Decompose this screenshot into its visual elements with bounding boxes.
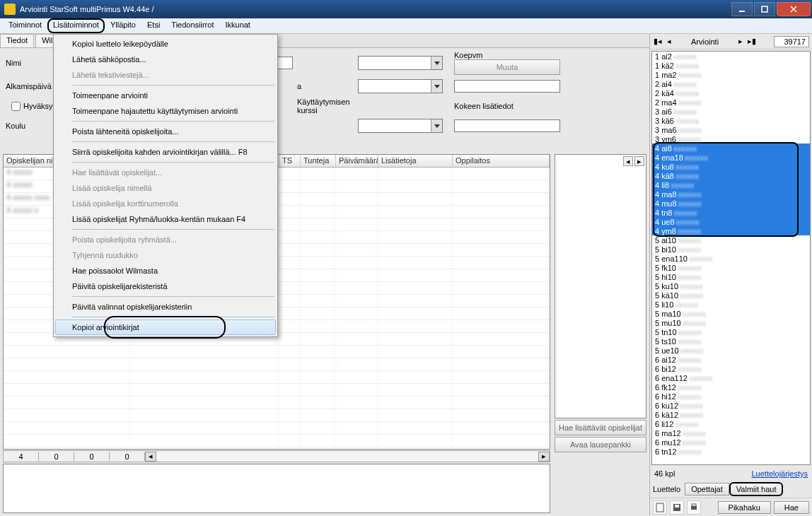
list-item[interactable]: 3 ai6xxxxxx [652,107,810,116]
hae-button[interactable]: Hae [774,501,809,514]
menu-etsi[interactable]: Etsi [141,18,166,33]
scroll-right[interactable]: ▸ [538,452,550,462]
koepvm-input[interactable] [454,80,560,93]
print-icon[interactable] [687,500,701,515]
memo-area[interactable] [3,464,550,513]
list-item[interactable]: 6 bi12xxxxxx [652,364,810,373]
th-ts[interactable]: TS [279,155,301,167]
muuta-button[interactable]: Muuta [454,59,560,75]
list-item[interactable]: 5 ts10xxxxxx [652,336,810,346]
menu-item[interactable]: Hae poissaolot Wilmasta [55,263,276,278]
table-row[interactable] [4,422,550,435]
hae-lisattavat-button[interactable]: Hae lisättävät opiskelijat [555,420,646,435]
new-icon[interactable] [653,500,667,515]
th-tunteja[interactable]: Tunteja [301,155,336,167]
list-item[interactable]: 5 kä10xxxxxx [652,291,810,300]
list-item[interactable]: 4 tn8xxxxxx [652,208,810,217]
side-arrow-right[interactable]: ▸ [634,156,644,166]
list-item[interactable]: 5 ai10xxxxxx [652,235,810,245]
list-item[interactable]: 5 tn10xxxxxx [652,327,810,336]
menu-item[interactable]: Päivitä valinnat opiskelijarekisteriin [55,299,276,315]
list-item[interactable]: 3 ma6xxxxxx [652,125,810,134]
list-item[interactable]: 6 li12xxxxxx [652,419,810,428]
tab-valmiit-haut[interactable]: Valmiit haut [729,482,784,496]
side-arrow-left[interactable]: ◂ [623,156,633,166]
th-lisatietoja[interactable]: Lisätietoja [378,155,453,167]
list-item[interactable]: 6 mu12xxxxxx [652,438,810,447]
avaa-lausepankki-button[interactable]: Avaa lausepankki [555,437,646,452]
list-item[interactable]: 4 ma8xxxxxx [652,189,810,199]
pikahaku-button[interactable]: Pikahaku [718,501,771,514]
th-oppilaitos[interactable]: Oppilaitos [453,155,550,167]
menu-tiedonsiirrot[interactable]: Tiedonsiirrot [166,18,219,33]
nav-prev[interactable]: ◂ [664,37,674,46]
minimize-button[interactable] [731,2,753,16]
save-icon[interactable] [670,500,684,515]
table-row[interactable] [4,346,550,358]
kokeen-input[interactable] [454,119,560,132]
menu-item[interactable]: Kopioi luettelo leikepöydälle [55,36,276,52]
list-item[interactable]: 3 ym6xxxxxx [652,134,810,143]
list-item[interactable]: 6 hi12xxxxxx [652,392,810,401]
table-row[interactable] [4,384,550,397]
table-row[interactable] [4,358,550,371]
menu-ikkunat[interactable]: Ikkunat [219,18,255,33]
list-item[interactable]: 5 li10xxxxxx [652,300,810,309]
list-item[interactable]: 5 hi10xxxxxx [652,272,810,281]
menu-item[interactable]: Toimeenpane hajautettu käyttäytymisen ar… [55,103,276,119]
nav-last[interactable]: ▸▮ [747,37,757,46]
list-item[interactable]: 6 kä12xxxxxx [652,410,810,419]
close-button[interactable] [777,2,811,16]
th-paivamaara[interactable]: Päivämäärä [336,155,378,167]
menu-item[interactable]: Toimeenpane arviointi [55,88,276,103]
side-list[interactable]: ◂ ▸ [555,154,646,418]
list-item[interactable]: 4 ue8xxxxxx [652,217,810,226]
list-item[interactable]: 2 ai4xxxxxx [652,79,810,88]
menu-item[interactable]: Lisää opiskelijat Ryhmä/luokka-kentän mu… [55,211,276,227]
menu-item[interactable]: Lähetä sähköpostia... [55,52,276,67]
table-row[interactable] [4,397,550,409]
tab-tiedot[interactable]: Tiedot [0,34,34,47]
list-item[interactable]: 6 tn12xxxxxx [652,447,810,456]
list-item[interactable]: 5 mu10xxxxxx [652,318,810,327]
list-item[interactable]: 6 ena112xxxxxx [652,373,810,382]
maximize-button[interactable] [754,2,775,16]
list-item[interactable]: 6 ma12xxxxxx [652,428,810,438]
list-order-link[interactable]: Luettelojärjestys [752,469,808,478]
menu-item[interactable]: Poista lähteneitä opiskelijoita... [55,124,276,139]
list-item[interactable]: 6 fk12xxxxxx [652,382,810,392]
nav-count[interactable]: 39717 [774,36,809,47]
list-item[interactable]: 4 kä8xxxxxx [652,171,810,180]
list-item[interactable]: 3 kä6xxxxxx [652,116,810,125]
list-item[interactable]: 6 ai12xxxxxx [652,355,810,364]
tab-opettajat[interactable]: Opettajat [685,483,729,496]
list-item[interactable]: 1 ma2xxxxxx [652,70,810,79]
list-item[interactable]: 5 fk10xxxxxx [652,263,810,272]
list-item[interactable]: 1 kä2xxxxxx [652,61,810,70]
table-row[interactable] [4,409,550,422]
menu-item[interactable]: Kopioi arviointikirjat [55,319,276,335]
list-item[interactable]: 2 kä4xxxxxx [652,88,810,98]
combo-1[interactable] [358,56,443,70]
list-item[interactable]: 4 ai8xxxxxx [652,143,810,153]
combo-2[interactable] [358,79,443,93]
menu-lisatoiminnot[interactable]: Lisätoiminnot [47,18,105,33]
menu-toiminnot[interactable]: Toiminnot [3,18,47,33]
scroll-left[interactable]: ◂ [145,452,156,462]
table-row[interactable] [4,371,550,384]
list-item[interactable]: 4 mu8xxxxxx [652,199,810,208]
menu-item[interactable]: Siirrä opiskelijoita kahden arviointikir… [55,144,276,160]
list-item[interactable]: 6 ku12xxxxxx [652,401,810,410]
menu-item[interactable]: Päivitä opiskelijarekisteristä [55,278,276,294]
list-item[interactable]: 4 ena18xxxxxx [652,153,810,162]
list-item[interactable]: 4 li8xxxxxx [652,180,810,189]
scroll-track[interactable] [156,452,538,462]
list-item[interactable]: 2 ma4xxxxxx [652,98,810,107]
list-item[interactable]: 5 ena110xxxxxx [652,254,810,263]
list-item[interactable]: 4 ku8xxxxxx [652,162,810,171]
nav-next[interactable]: ▸ [736,37,746,46]
list-item[interactable]: 5 bi10xxxxxx [652,245,810,254]
record-list[interactable]: 1 ai2xxxxxx1 kä2xxxxxx1 ma2xxxxxx2 ai4xx… [651,51,811,465]
table-row[interactable] [4,435,550,447]
list-item[interactable]: 5 ma10xxxxxx [652,309,810,318]
